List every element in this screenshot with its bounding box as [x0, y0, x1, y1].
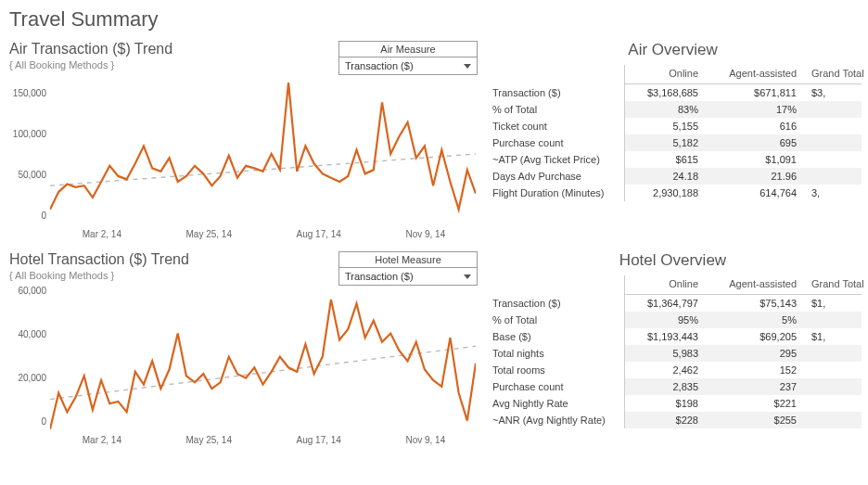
cell: $615 — [624, 151, 708, 168]
cell: $1,193,443 — [624, 328, 708, 345]
cell — [806, 118, 862, 134]
table-row: Transaction ($)$3,168,685$671,811$3, — [487, 84, 862, 102]
cell: $198 — [624, 395, 708, 412]
column-header: Online — [624, 275, 708, 295]
cell: 695 — [708, 134, 806, 151]
air-overview-title: Air Overview — [487, 41, 859, 59]
row-label: Total rooms — [487, 362, 624, 378]
cell: 2,462 — [624, 362, 708, 378]
cell: 5,182 — [624, 134, 708, 151]
cell: $3, — [806, 84, 862, 102]
y-tick: 100,000 — [13, 129, 46, 139]
cell: 5,983 — [624, 345, 708, 362]
air-measure-value: Transaction ($) — [345, 60, 414, 71]
air-measure-dropdown[interactable]: Transaction ($) — [339, 57, 477, 74]
cell: 237 — [708, 378, 806, 395]
table-row: Ticket count5,155616 — [487, 118, 862, 134]
cell — [806, 134, 862, 151]
y-tick: 60,000 — [18, 285, 46, 295]
air-chart-subtitle: { All Booking Methods } — [9, 59, 172, 70]
chevron-down-icon — [464, 64, 471, 69]
svg-line-1 — [50, 346, 476, 399]
x-tick: Nov 9, 14 — [405, 229, 445, 246]
table-row: Avg Nightly Rate$198$221 — [487, 395, 862, 412]
table-row: % of Total83%17% — [487, 101, 862, 118]
cell: 5,155 — [624, 118, 708, 134]
cell: 95% — [624, 312, 708, 328]
column-header: Grand Total — [806, 275, 862, 295]
hotel-measure-label: Hotel Measure — [339, 252, 477, 268]
row-label: ~ATP (Avg Ticket Price) — [487, 151, 624, 168]
cell — [806, 412, 862, 428]
cell: $671,811 — [708, 84, 806, 102]
cell: $75,143 — [708, 295, 806, 313]
table-row: ~ATP (Avg Ticket Price)$615$1,091 — [487, 151, 862, 168]
hotel-chart-subtitle: { All Booking Methods } — [9, 270, 189, 281]
row-label: Purchase count — [487, 134, 624, 151]
cell — [806, 168, 862, 185]
y-tick: 0 — [41, 416, 46, 427]
hotel-chart-title: Hotel Transaction ($) Trend — [9, 251, 189, 268]
row-label: Total nights — [487, 345, 624, 362]
cell: $255 — [708, 412, 806, 428]
table-row: Purchase count2,835237 — [487, 378, 862, 395]
cell — [806, 312, 862, 328]
cell: 2,835 — [624, 378, 708, 395]
table-row: Total rooms2,462152 — [487, 362, 862, 378]
cell: $69,205 — [708, 328, 806, 345]
table-row: ~ANR (Avg Nightly Rate)$228$255 — [487, 412, 862, 428]
cell — [806, 151, 862, 168]
table-row: Base ($)$1,193,443$69,205$1, — [487, 328, 862, 345]
cell: $221 — [708, 395, 806, 412]
cell — [806, 395, 862, 412]
hotel-measure-selector[interactable]: Hotel Measure Transaction ($) — [338, 251, 478, 286]
chevron-down-icon — [464, 274, 471, 279]
x-tick: Aug 17, 14 — [297, 435, 341, 452]
x-tick: Mar 2, 14 — [83, 435, 121, 452]
column-header: Grand Total — [806, 65, 862, 84]
cell: 616 — [708, 118, 806, 134]
column-header: Online — [624, 65, 708, 84]
cell: $1,364,797 — [624, 295, 708, 313]
cell: 152 — [708, 362, 806, 378]
x-tick: May 25, 14 — [186, 229, 232, 246]
table-row: Days Adv Purchase24.1821.96 — [487, 168, 862, 185]
cell: 17% — [708, 101, 806, 118]
cell: 2,930,188 — [624, 185, 708, 201]
air-chart-title: Air Transaction ($) Trend — [9, 41, 172, 57]
cell: $1,091 — [708, 151, 806, 168]
cell: $1, — [806, 328, 862, 345]
row-label: Avg Nightly Rate — [487, 395, 624, 412]
cell: 295 — [708, 345, 806, 362]
hotel-chart[interactable]: 020,00040,00060,000 Mar 2, 14May 25, 14A… — [9, 289, 478, 452]
cell: 83% — [624, 101, 708, 118]
cell: 5% — [708, 312, 806, 328]
row-label: ~ANR (Avg Nightly Rate) — [487, 412, 624, 428]
table-row: Purchase count5,182695 — [487, 134, 862, 151]
hotel-measure-value: Transaction ($) — [345, 271, 414, 282]
row-label: Transaction ($) — [487, 84, 624, 102]
air-measure-label: Air Measure — [339, 42, 477, 57]
hotel-overview-title: Hotel Overview — [487, 251, 859, 270]
air-overview-table: OnlineAgent-assistedGrand Total Transact… — [487, 65, 862, 201]
cell — [806, 345, 862, 362]
cell: 614,764 — [708, 185, 806, 201]
air-chart[interactable]: 050,000100,000150,000 Mar 2, 14May 25, 1… — [9, 79, 478, 246]
x-tick: Nov 9, 14 — [405, 435, 445, 452]
row-label: Base ($) — [487, 328, 624, 345]
cell: 21.96 — [708, 168, 806, 185]
air-measure-selector[interactable]: Air Measure Transaction ($) — [338, 41, 478, 75]
row-label: Days Adv Purchase — [487, 168, 624, 185]
table-row: Flight Duration (Minutes)2,930,188614,76… — [487, 185, 862, 201]
row-label: % of Total — [487, 101, 624, 118]
column-header: Agent-assisted — [708, 65, 806, 84]
y-tick: 40,000 — [18, 328, 46, 338]
row-label: % of Total — [487, 312, 624, 328]
cell: $3,168,685 — [624, 84, 708, 102]
cell — [806, 362, 862, 378]
x-tick: Mar 2, 14 — [83, 229, 121, 246]
hotel-measure-dropdown[interactable]: Transaction ($) — [339, 268, 477, 285]
hotel-overview-table: OnlineAgent-assistedGrand Total Transact… — [487, 275, 862, 428]
column-header: Agent-assisted — [708, 275, 806, 295]
cell — [806, 378, 862, 395]
